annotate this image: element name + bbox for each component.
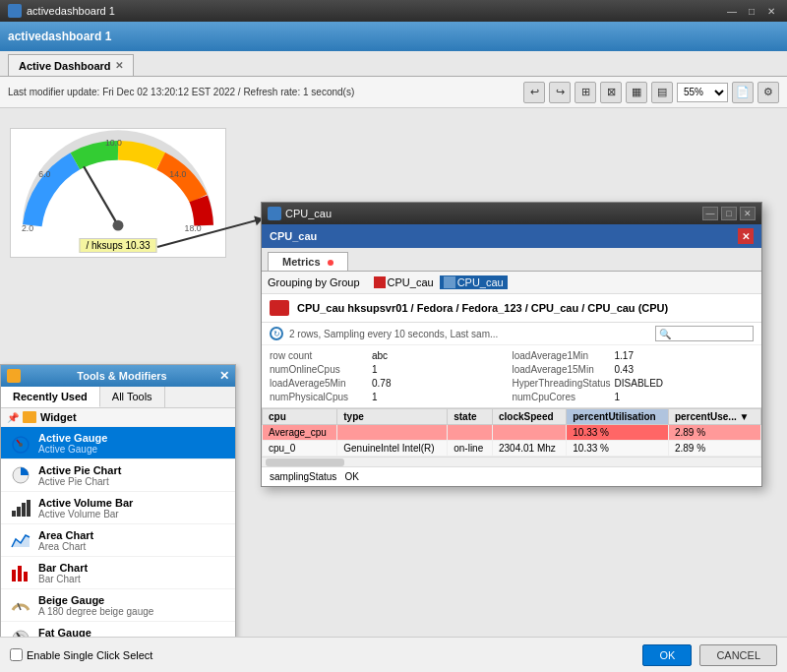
col-state[interactable]: state bbox=[448, 409, 493, 425]
metrics-props: row count abc loadAverage1Min 1.17 numOn… bbox=[262, 345, 761, 408]
svg-line-0 bbox=[84, 166, 118, 225]
widget-section-label: Widget bbox=[40, 411, 77, 423]
zoom-select[interactable]: 55% 75% 100% bbox=[677, 83, 728, 102]
tab-all-tools[interactable]: All Tools bbox=[100, 387, 165, 407]
svg-point-9 bbox=[19, 443, 23, 447]
grid-btn4[interactable]: ▤ bbox=[651, 82, 673, 103]
cpu-window: CPU_cau — □ ✕ CPU_cau ✕ Metrics bbox=[261, 202, 762, 487]
grid-btn2[interactable]: ⊠ bbox=[600, 82, 622, 103]
cpu-maximize-btn[interactable]: □ bbox=[721, 207, 737, 220]
svg-text:2.0: 2.0 bbox=[22, 223, 33, 233]
tool-item-area-chart[interactable]: Area Chart Area Chart bbox=[1, 524, 235, 557]
app-icon bbox=[8, 4, 22, 18]
cell-util-1: 10.33 % bbox=[567, 441, 669, 457]
os-controls: — □ ✕ bbox=[724, 3, 779, 19]
h-scrollbar[interactable] bbox=[266, 458, 344, 466]
prop-hyperthreading: HyperThreadingStatus DISABLED bbox=[513, 377, 755, 390]
tool-item-active-pie[interactable]: Active Pie Chart Active Pie Chart bbox=[1, 459, 235, 492]
scroll-area bbox=[262, 457, 761, 466]
svg-rect-18 bbox=[24, 572, 28, 581]
prop-load15: loadAverage15Min 0.43 bbox=[513, 363, 755, 376]
tools-body: 📌 Widget Active Gauge Active Gauge bbox=[1, 408, 235, 672]
group-cpu-cau-1[interactable]: CPU_cau bbox=[374, 276, 434, 288]
data-table: cpu type state clockSpeed percentUtilisa… bbox=[262, 408, 761, 457]
os-titlebar: activedashboard 1 — □ ✕ bbox=[0, 0, 787, 22]
table-row-average[interactable]: Average_cpu 10.33 % 2.89 % bbox=[263, 425, 761, 441]
tool-icon-gauge bbox=[9, 431, 32, 455]
tool-icon-beige bbox=[9, 593, 32, 617]
refresh-icon[interactable]: ↻ bbox=[270, 327, 283, 340]
tab-recently-used[interactable]: Recently Used bbox=[1, 387, 100, 407]
svg-text:10.0: 10.0 bbox=[105, 138, 122, 148]
tool-icon-bar bbox=[9, 561, 32, 584]
cell-cpu-1: cpu_0 bbox=[263, 441, 337, 457]
redo-btn[interactable]: ↪ bbox=[549, 82, 571, 103]
svg-point-1 bbox=[113, 220, 124, 231]
group-cpu-cau-2[interactable]: CPU_cau bbox=[440, 275, 508, 289]
search-input[interactable] bbox=[655, 326, 754, 341]
minimize-btn[interactable]: — bbox=[724, 3, 740, 19]
tool-text-active-volume: Active Volume Bar Active Volume Bar bbox=[38, 497, 133, 519]
svg-rect-14 bbox=[27, 500, 30, 517]
close-btn[interactable]: ✕ bbox=[763, 3, 779, 19]
cell-util-0: 10.33 % bbox=[567, 425, 669, 441]
widget-folder-icon bbox=[23, 411, 36, 423]
single-click-checkbox[interactable] bbox=[10, 648, 23, 661]
ok-button[interactable]: OK bbox=[642, 644, 692, 666]
maximize-btn[interactable]: □ bbox=[744, 3, 759, 19]
tool-item-active-volume[interactable]: Active Volume Bar Active Volume Bar bbox=[1, 492, 235, 524]
group-icon-2 bbox=[444, 276, 455, 288]
cpu-os-icon bbox=[268, 207, 281, 220]
sampling-value: OK bbox=[344, 471, 358, 482]
tool-item-bar-chart[interactable]: Bar Chart Bar Chart bbox=[1, 557, 235, 589]
svg-rect-17 bbox=[18, 566, 22, 581]
tool-item-active-gauge[interactable]: Active Gauge Active Gauge bbox=[1, 427, 235, 459]
tools-close-icon[interactable]: ✕ bbox=[219, 369, 229, 383]
gauge-label: / hksups 10.33 bbox=[79, 238, 156, 253]
col-percent-util[interactable]: percentUtilisation bbox=[567, 409, 669, 425]
cancel-button[interactable]: CANCEL bbox=[699, 644, 777, 666]
app-title: activedashboard 1 bbox=[8, 30, 111, 43]
grouping-label: Grouping by Group bbox=[268, 276, 360, 288]
export-btn[interactable]: 📄 bbox=[732, 82, 754, 103]
sampling-status: samplingStatus OK bbox=[262, 466, 761, 486]
grid-btn3[interactable]: ▦ bbox=[626, 82, 647, 103]
col-cpu[interactable]: cpu bbox=[263, 409, 337, 425]
cpu-os-title: CPU_cau bbox=[285, 208, 332, 219]
cpu-close-btn[interactable]: ✕ bbox=[740, 207, 756, 220]
prop-cpu-cores: numCpuCores 1 bbox=[513, 391, 755, 403]
toolbar-info: Last modifier update: Fri Dec 02 13:20:1… bbox=[8, 87, 519, 97]
col-type[interactable]: type bbox=[337, 409, 448, 425]
gauge-widget: 2.0 6.0 10.0 14.0 18.0 / hksups 10.33 bbox=[10, 128, 226, 258]
tool-text-bar: Bar Chart Bar Chart bbox=[38, 562, 88, 584]
cpu-minimize-btn[interactable]: — bbox=[702, 207, 718, 220]
col-percent-use[interactable]: percentUse... ▼ bbox=[668, 409, 760, 425]
tool-text-beige: Beige Gauge A 180 degree beige gauge bbox=[38, 594, 153, 617]
toolbar: Last modifier update: Fri Dec 02 13:20:1… bbox=[0, 77, 787, 108]
svg-rect-13 bbox=[22, 503, 26, 517]
cell-use-1: 2.89 % bbox=[668, 441, 760, 457]
tab-close-icon[interactable]: ✕ bbox=[115, 60, 123, 71]
col-clockspeed[interactable]: clockSpeed bbox=[492, 409, 566, 425]
group-label-1: CPU_cau bbox=[388, 276, 434, 288]
cpu-os-titlebar: CPU_cau — □ ✕ bbox=[262, 203, 761, 224]
prop-load1: loadAverage1Min 1.17 bbox=[513, 349, 755, 362]
cpu-folder-icon bbox=[270, 300, 289, 316]
tab-active-dashboard[interactable]: Active Dashboard ✕ bbox=[8, 54, 134, 76]
cpu-app-close-icon[interactable]: ✕ bbox=[738, 228, 754, 244]
table-row-cpu0[interactable]: cpu_0 GenuineIntel Intel(R) on-line 2304… bbox=[263, 441, 761, 457]
tab-metrics[interactable]: Metrics bbox=[268, 252, 348, 271]
prop-online-cpus: numOnlineCpus 1 bbox=[270, 363, 512, 376]
single-click-label: Enable Single Click Select bbox=[10, 648, 152, 661]
tools-icon bbox=[7, 369, 21, 383]
cpu-app-title: CPU_cau bbox=[270, 230, 317, 242]
prop-row-count: row count abc bbox=[270, 349, 512, 362]
undo-btn[interactable]: ↩ bbox=[523, 82, 545, 103]
settings-btn[interactable]: ⚙ bbox=[757, 82, 779, 103]
single-click-text: Enable Single Click Select bbox=[27, 649, 152, 661]
tool-item-beige-gauge[interactable]: Beige Gauge A 180 degree beige gauge bbox=[1, 589, 235, 622]
tool-icon-volume bbox=[9, 496, 32, 519]
tool-icon-pie bbox=[9, 463, 32, 487]
grid-btn1[interactable]: ⊞ bbox=[575, 82, 596, 103]
tools-tabs: Recently Used All Tools bbox=[1, 387, 235, 408]
